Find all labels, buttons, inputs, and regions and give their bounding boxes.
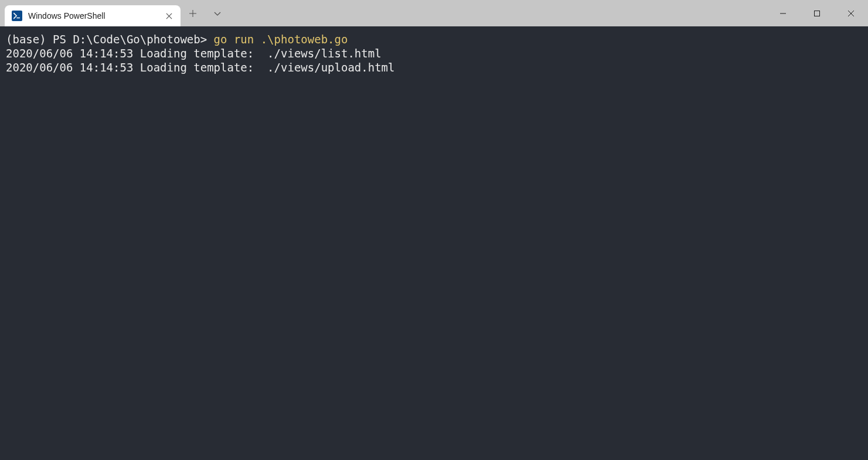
prompt-line: (base) PS D:\Code\Go\photoweb> go run .\… <box>6 32 862 46</box>
tab-dropdown-button[interactable] <box>205 0 230 26</box>
tab-powershell[interactable]: Windows PowerShell <box>5 5 181 26</box>
output-line-1: 2020/06/06 14:14:53 Loading template: ./… <box>6 60 862 74</box>
maximize-button[interactable] <box>800 0 834 26</box>
powershell-icon <box>12 11 22 21</box>
tab-close-button[interactable] <box>163 10 175 22</box>
tab-actions <box>181 0 230 26</box>
window-controls <box>766 0 868 26</box>
tab-title: Windows PowerShell <box>28 11 157 21</box>
minimize-button[interactable] <box>766 0 800 26</box>
tab-row: Windows PowerShell <box>0 0 230 26</box>
new-tab-button[interactable] <box>181 0 205 26</box>
prompt-text: (base) PS D:\Code\Go\photoweb> <box>6 33 214 46</box>
close-window-button[interactable] <box>834 0 868 26</box>
titlebar: Windows PowerShell <box>0 0 868 26</box>
svg-rect-5 <box>815 11 820 16</box>
output-line-0: 2020/06/06 14:14:53 Loading template: ./… <box>6 46 862 60</box>
terminal-pane[interactable]: (base) PS D:\Code\Go\photoweb> go run .\… <box>0 26 868 460</box>
command-text: go run .\photoweb.go <box>214 33 348 46</box>
